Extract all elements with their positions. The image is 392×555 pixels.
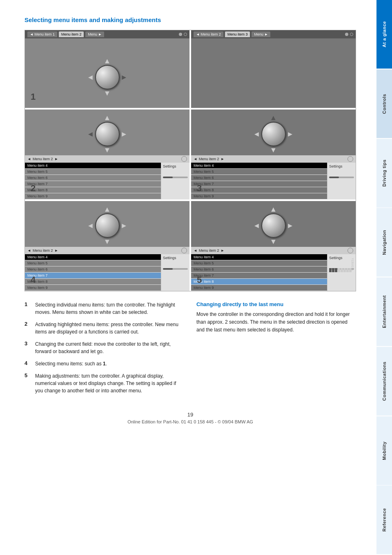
instructions-list: 1 Selecting individual menu items: turn … [24, 301, 184, 399]
slider-fill-3 [163, 177, 173, 178]
arrow-bot-5: ▼ [104, 237, 111, 246]
settings-label-5: Settings [163, 256, 188, 260]
sidebar-tab-entertainment[interactable]: Entertainment [376, 278, 392, 346]
sidebar-tab-reference[interactable]: Reference [376, 486, 392, 554]
step-number-2: 2 [31, 183, 36, 194]
menu-list-area-6: ◄ Menu item 2 ► Menu item 4 Menu item 5 … [191, 247, 356, 291]
arrow-left-3: ◄ [87, 130, 94, 139]
sidebar-tab-mobility[interactable]: Mobility [376, 416, 392, 485]
nav-label-4: Menu item 2 [199, 157, 219, 161]
slider-5 [163, 268, 188, 270]
nav-icon-5 [181, 248, 187, 253]
arrow-top-3: ▲ [104, 114, 111, 122]
menu-bar-1: ◄ Menu item 1 Menu item 2 Menu ► [25, 30, 189, 38]
page-number: 19 [24, 412, 356, 418]
knob-container-6: ▲ ▼ ◄ ► [253, 205, 294, 246]
knob-container-3: ▲ ▼ ◄ ► [87, 114, 128, 154]
settings-label-6: Settings [329, 256, 354, 260]
instruction-number-3: 3 [24, 340, 31, 347]
step-number-5: 5 [197, 275, 202, 285]
sidebar-section-heading: Changing directly to the last menu [196, 301, 356, 307]
instruction-text-4: Selecting menu items: such as 1. [35, 360, 107, 367]
seg3 [335, 268, 337, 272]
arrow-right-3: ► [120, 130, 128, 139]
slider-segments-6 [329, 268, 354, 272]
arrow-right-4: ► [287, 130, 294, 139]
knob-wrap-4: ▲ ▼ ◄ ► [253, 114, 294, 154]
menu-content-3: Menu item 4 Menu item 5 Menu item 6 Menu… [25, 163, 189, 199]
arrow-top-5: ▲ [104, 205, 111, 214]
sidebar-section-body: Move the controller in the corresponding… [196, 311, 356, 334]
arrow-right-6: ► [287, 222, 294, 230]
knob-wrap-5: ▲ ▼ ◄ ► [87, 205, 128, 246]
menu-list-area-5: ◄ Menu item 2 ► Menu item 4 Menu item 5 … [25, 247, 189, 291]
nav-arrow-r4: ► [220, 157, 224, 161]
menu-dot-2 [345, 33, 348, 36]
instruction-text-1: Selecting individual menu items: turn th… [35, 301, 184, 316]
menu-content-6: Menu item 4 Menu item 5 Menu item 6 Menu… [191, 254, 356, 291]
menu-tab-item2: Menu item 2 [59, 31, 84, 37]
diagram-cell-6: ◄ Menu item 2 ► Menu item 4 Menu item 5 … [191, 201, 356, 291]
menu-nav-4: ◄ Menu item 2 ► [191, 155, 356, 163]
slider-fill-5 [163, 268, 173, 270]
instruction-text-3: Changing the current field: move the con… [35, 340, 184, 355]
instruction-item-2: 2 Activating highlighted menu items: pre… [24, 321, 184, 336]
knob-wrap-6: ▲ ▼ ◄ ► [253, 205, 294, 246]
menu-tab-item1: ◄ Menu item 1 [27, 31, 57, 37]
instruction-number-4: 4 [24, 360, 31, 366]
step-number-3: 3 [197, 183, 202, 194]
menu-list-area-4: ◄ Menu item 2 ► Menu item 4 Menu item 5 … [191, 155, 356, 199]
instruction-item-5: 5 Making adjustments: turn the controlle… [24, 372, 184, 394]
footer: 19 Online Edition for Part-No. 01 41 0 1… [24, 412, 356, 424]
sidebar-tab-navigation[interactable]: Navigation [376, 208, 392, 277]
arrow-left-6: ◄ [253, 222, 261, 230]
diagram-cell-2: ◄ Menu item 2 Menu item 3 Menu ► [191, 30, 356, 108]
watermark: Y13UI2.jp [351, 258, 354, 271]
seg4 [338, 268, 340, 272]
slider-6 [329, 268, 354, 270]
diagram-grid: ◄ Menu item 1 Menu item 2 Menu ► ▲ ▼ ◄ ►… [24, 30, 356, 291]
diagram-cell-4: ◄ Menu item 2 ► Menu item 4 Menu item 5 … [191, 110, 356, 199]
nav-arrow-r6: ► [220, 248, 224, 253]
menu-tab-menub2: Menu ► [252, 31, 270, 37]
knob-1 [95, 65, 120, 90]
knob-container-5: ▲ ▼ ◄ ► [87, 205, 128, 246]
menu-dot2-2 [350, 33, 353, 36]
diagram-cell-3: ◄ Menu item 2 ► Menu item 4 Menu item 5 … [25, 110, 189, 199]
menu-bar-2: ◄ Menu item 2 Menu item 3 Menu ► [191, 30, 356, 38]
slider-fill-4 [329, 177, 339, 178]
menu-nav-6: ◄ Menu item 2 ► [191, 247, 356, 254]
arrow-bot-4: ▼ [270, 146, 277, 154]
nav-arrow-r5: ► [54, 248, 58, 253]
nav-icon-4 [347, 156, 353, 162]
arrow-bot-3: ▼ [104, 146, 111, 154]
main-content: Selecting menu items and making adjustme… [0, 0, 376, 449]
menu-tab-menub: Menu ► [85, 31, 104, 37]
settings-panel-3: Settings [161, 163, 189, 199]
knob-wrap-3: ▲ ▼ ◄ ► [87, 114, 128, 154]
menu-list-area-3: ◄ Menu item 2 ► Menu item 4 Menu item 5 … [25, 155, 189, 199]
slider-4 [329, 177, 354, 178]
nav-icon-3 [181, 156, 187, 162]
arrow-bot-1: ▼ [104, 89, 111, 98]
instruction-item-4: 4 Selecting menu items: such as 1. [24, 360, 184, 367]
settings-label-3: Settings [163, 164, 188, 168]
nav-arrow-l4: ◄ [194, 157, 197, 161]
copyright-text: Online Edition for Part-No. 01 41 0 158 … [24, 419, 356, 424]
arrow-right-1: ► [120, 73, 128, 82]
settings-panel-5: Settings [161, 254, 189, 291]
sidebar-tab-driving-tips[interactable]: Driving tips [376, 139, 392, 208]
sidebar-tab-communications[interactable]: Communications [376, 347, 392, 416]
menu-tab-item3: Menu item 3 [225, 31, 250, 37]
knob-container-4: ▲ ▼ ◄ ► [253, 114, 294, 154]
seg6 [343, 268, 346, 272]
menu-dot [179, 33, 182, 36]
nav-arrow-l5: ◄ [27, 248, 31, 253]
instruction-number-2: 2 [24, 321, 31, 327]
sidebar-tab-controls[interactable]: Controls [376, 69, 392, 138]
sidebar: At a glance Controls Driving tips Naviga… [376, 0, 392, 555]
nav-label-3: Menu item 2 [33, 157, 53, 161]
knob-3 [95, 122, 120, 146]
sidebar-tab-at-a-glance[interactable]: At a glance [376, 0, 392, 69]
nav-label-5: Menu item 2 [33, 248, 53, 253]
